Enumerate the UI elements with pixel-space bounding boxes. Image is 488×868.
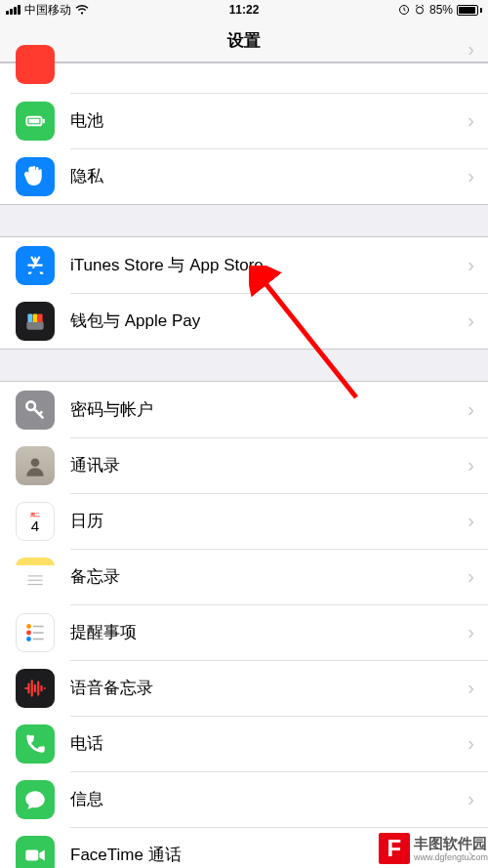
lock-icon [398,4,410,16]
battery-pct-label: 85% [429,3,453,17]
message-icon [16,780,55,819]
settings-row-itunes-appstore[interactable]: iTunes Store 与 App Store › [0,237,488,293]
svg-rect-3 [43,118,45,122]
settings-row-reminders[interactable]: 提醒事项 › [0,604,488,660]
phone-icon [16,724,55,764]
svg-point-18 [26,630,31,635]
wallet-icon [16,302,55,341]
watermark-logo: F [379,833,410,864]
row-label: 备忘录 [70,565,468,588]
settings-row-privacy[interactable]: 隐私 › [0,148,488,204]
chevron-right-icon: › [468,254,488,276]
chevron-right-icon: › [468,510,488,532]
settings-list: › 电池 › 隐私 › iTunes Store 与 App Store › [0,62,488,868]
alarm-icon [414,4,426,16]
chevron-right-icon: › [468,310,488,332]
svg-point-10 [31,458,40,467]
chevron-right-icon: › [468,677,488,699]
svg-rect-6 [27,313,32,322]
settings-row-wallet[interactable]: 钱包与 Apple Pay › [0,293,488,349]
svg-rect-8 [38,313,43,322]
section-gap [0,204,488,237]
svg-point-16 [26,624,31,629]
watermark-url: www.dgfengtu.com [414,852,488,862]
row-label: 隐私 [70,165,468,187]
settings-row-voice-memos[interactable]: 语音备忘录 › [0,660,488,716]
key-icon [16,391,55,430]
page-title: 设置 [227,29,261,52]
svg-rect-5 [26,321,43,330]
wifi-icon [75,5,89,15]
settings-row[interactable]: › [0,63,488,93]
chevron-right-icon: › [468,732,488,755]
chevron-right-icon: › [468,565,488,588]
status-right: 85% [398,3,482,17]
svg-point-1 [416,7,423,14]
battery-icon [16,102,55,141]
settings-row-passwords[interactable]: 密码与帐户 › [0,382,488,437]
signal-icon [6,5,20,15]
chevron-right-icon: › [468,398,488,421]
svg-rect-4 [29,118,40,122]
appstore-icon [16,246,55,285]
row-label: 信息 [70,788,468,810]
warning-icon [16,45,55,84]
calendar-icon: 周二4 [16,502,55,541]
settings-row-phone[interactable]: 电话 › [0,716,488,771]
row-label: 日历 [70,510,468,532]
status-left: 中国移动 [6,2,89,19]
svg-text:周二: 周二 [29,511,40,517]
row-label: 电池 [70,109,468,132]
row-label: 电话 [70,732,468,755]
chevron-right-icon: › [468,109,488,132]
settings-row-notes[interactable]: 备忘录 › [0,549,488,604]
svg-rect-22 [25,849,38,860]
svg-point-20 [26,637,31,641]
settings-row-calendar[interactable]: 周二4 日历 › [0,493,488,549]
reminders-icon [16,613,55,652]
watermark-title: 丰图软件园 [414,835,487,851]
watermark: F 丰图软件园 www.dgfengtu.com [379,833,488,864]
waveform-icon [16,669,55,708]
settings-row-contacts[interactable]: 通讯录 › [0,437,488,493]
battery-icon [457,5,482,16]
contact-icon [16,446,55,485]
chevron-right-icon: › [468,621,488,643]
section-gap [0,349,488,382]
status-time: 11:22 [229,3,260,17]
video-icon [16,836,55,869]
svg-text:4: 4 [31,517,39,533]
battery-fill [459,7,475,14]
carrier-label: 中国移动 [24,2,71,19]
chevron-right-icon: › [468,165,488,187]
settings-row-battery[interactable]: 电池 › [0,93,488,148]
row-label: 提醒事项 [70,621,468,643]
svg-rect-7 [33,313,38,322]
row-label: 钱包与 Apple Pay [70,310,468,332]
row-label: 密码与帐户 [70,398,468,421]
hand-icon [16,157,55,196]
status-bar: 中国移动 11:22 85% [0,0,488,20]
chevron-right-icon: › [468,454,488,476]
row-label: 通讯录 [70,454,468,476]
row-label: 语音备忘录 [70,677,468,699]
chevron-right-icon: › [468,788,488,810]
nav-bar: 设置 [0,20,488,62]
row-label: iTunes Store 与 App Store [70,254,468,276]
chevron-right-icon: › [468,38,488,61]
settings-row-messages[interactable]: 信息 › [0,771,488,827]
notes-icon [16,558,55,597]
